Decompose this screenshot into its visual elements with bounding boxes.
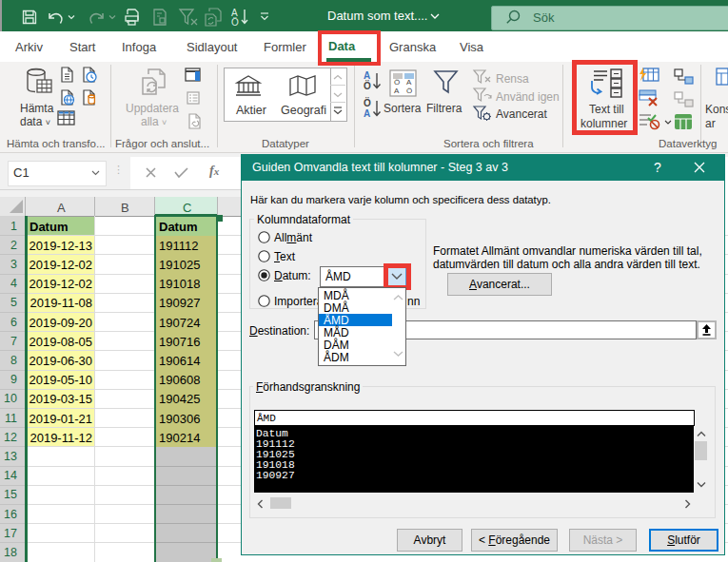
svg-text:A: A xyxy=(394,87,400,95)
svg-text:Ö: Ö xyxy=(364,97,371,108)
svg-text:Ö: Ö xyxy=(394,78,400,87)
svg-text:Ö: Ö xyxy=(406,87,412,95)
svg-text:A: A xyxy=(364,108,370,119)
svg-text:A: A xyxy=(364,70,370,81)
svg-text:Ö: Ö xyxy=(364,80,371,91)
svg-text:Ö: Ö xyxy=(231,17,239,28)
svg-text:A: A xyxy=(406,78,412,87)
